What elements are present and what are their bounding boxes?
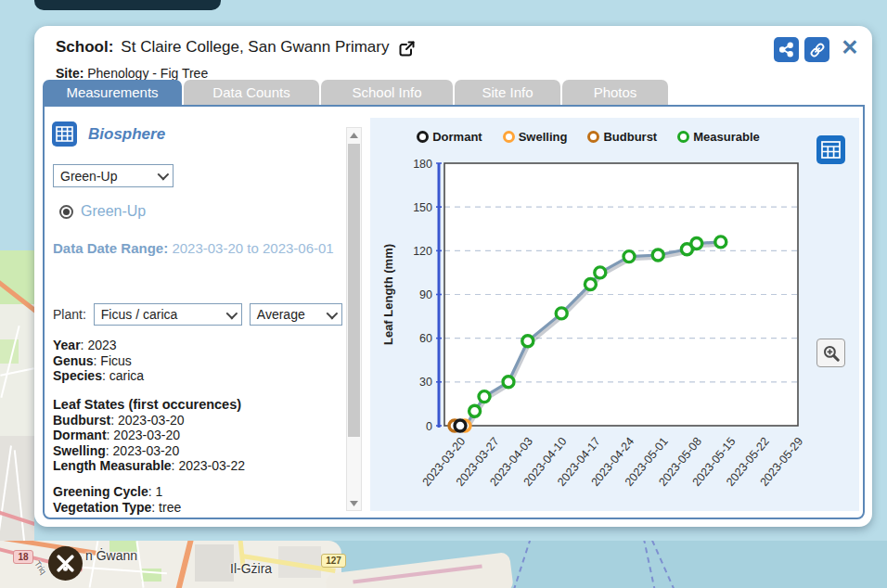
vegetation-type-row: Vegetation Type: tree <box>53 500 181 516</box>
map-town-label: n Ġwann <box>85 548 137 563</box>
leaf-states-heading: Leaf States (first occurences) <box>53 397 245 413</box>
map-background-bottom: 18 127 n Ġwann Il-Gżira Triq <box>0 541 887 588</box>
date-range-label: Data Date Range: <box>53 240 168 256</box>
map-district-label: Il-Gżira <box>230 561 272 576</box>
leaf-states: Leaf States (first occurences) Budburst:… <box>53 397 245 474</box>
school-title: School: St Claire College, San Gwann Pri… <box>56 38 416 57</box>
dataset-select-value: Green-Up <box>60 169 117 184</box>
svg-text:0: 0 <box>426 420 432 433</box>
share-icon <box>778 42 794 58</box>
genus-row: Genus: Ficus <box>53 353 144 369</box>
year-row: Year: 2023 <box>53 338 144 353</box>
dormant-marker-icon <box>417 131 429 143</box>
aggregate-select[interactable]: Average <box>250 303 342 326</box>
school-label: School: <box>56 38 113 57</box>
chevron-down-icon <box>158 169 170 181</box>
legend-item-budburst: Budburst <box>587 130 657 144</box>
site-name: Phenology - Fig Tree <box>87 66 208 81</box>
tab-data-counts[interactable]: Data Counts <box>184 80 319 105</box>
left-panel-scrollbar[interactable] <box>346 127 362 511</box>
chart-legend: Dormant Swelling Budburst Measurable <box>370 130 806 144</box>
aggregate-select-value: Average <box>257 307 305 322</box>
svg-text:180: 180 <box>413 158 432 171</box>
table-icon <box>821 141 841 159</box>
swelling-marker-icon <box>503 131 515 143</box>
link-button[interactable] <box>804 37 829 62</box>
measurements-tab-content: Biosphere Green-Up Green-Up Data Date Ra… <box>43 105 865 519</box>
greenup-radio-label: Green-Up <box>81 203 146 220</box>
measurable-row: Length Measurable: 2023-03-22 <box>53 458 245 474</box>
greening-cycle-row: Greening Cycle: 1 <box>53 484 181 500</box>
plant-label: Plant: <box>53 307 86 322</box>
tab-bar: Measurements Data Counts School Info Sit… <box>43 80 668 105</box>
top-dark-tab <box>34 0 221 10</box>
chevron-down-icon <box>225 307 238 319</box>
scrollbar-thumb[interactable] <box>348 144 360 437</box>
svg-text:90: 90 <box>419 288 432 301</box>
tab-site-info[interactable]: Site Info <box>455 80 560 105</box>
budburst-marker-icon <box>587 131 599 143</box>
tab-school-info[interactable]: School Info <box>321 80 453 105</box>
svg-text:120: 120 <box>413 245 432 258</box>
legend-item-swelling: Swelling <box>503 130 568 144</box>
plant-details: Year: 2023 Genus: Ficus Species: carica <box>53 338 144 384</box>
scroll-up-arrow-icon[interactable] <box>347 128 361 142</box>
plant-select[interactable]: Ficus / carica <box>94 303 242 326</box>
tab-measurements[interactable]: Measurements <box>43 80 182 105</box>
data-date-range: Data Date Range: 2023-03-20 to 2023-06-0… <box>53 235 337 262</box>
dormant-row: Dormant: 2023-03-20 <box>53 428 245 443</box>
svg-text:150: 150 <box>413 201 432 214</box>
swelling-row: Swelling: 2023-03-20 <box>53 443 245 459</box>
svg-text:30: 30 <box>419 376 432 389</box>
route-shield-18: 18 <box>13 550 33 564</box>
site-details-dialog: School: St Claire College, San Gwann Pri… <box>34 26 872 527</box>
tab-photos[interactable]: Photos <box>562 80 668 105</box>
magnifier-plus-icon <box>822 344 841 363</box>
measurement-settings-panel: Biosphere Green-Up Green-Up Data Date Ra… <box>52 107 343 516</box>
svg-text:60: 60 <box>419 332 432 345</box>
chevron-down-icon <box>326 307 338 319</box>
dataset-select[interactable]: Green-Up <box>53 164 174 187</box>
marker-x-icon <box>54 552 77 575</box>
date-range-value: 2023-03-20 to 2023-06-01 <box>172 240 333 256</box>
chart-panel: Dormant Swelling Budburst Measurable <box>370 118 859 511</box>
close-icon[interactable]: ✕ <box>836 33 864 61</box>
screen: 18 127 n Ġwann Il-Gżira Triq School: St … <box>0 0 887 588</box>
biosphere-table-icon <box>52 121 77 147</box>
species-row: Species: carica <box>53 368 144 384</box>
site-cluster-marker-icon[interactable] <box>48 546 83 581</box>
data-table-button[interactable] <box>816 135 845 164</box>
cycle-info: Greening Cycle: 1 Vegetation Type: tree <box>53 484 181 515</box>
legend-item-dormant: Dormant <box>417 130 482 144</box>
measurable-marker-icon <box>677 131 689 143</box>
external-link-icon[interactable] <box>398 40 416 58</box>
scroll-down-arrow-icon[interactable] <box>347 496 361 510</box>
share-button[interactable] <box>774 37 799 62</box>
greenup-radio[interactable] <box>59 205 73 219</box>
map-background-left <box>0 250 34 541</box>
plant-select-value: Ficus / carica <box>101 307 177 322</box>
site-label: Site: <box>56 66 84 81</box>
site-title: Site: Phenology - Fig Tree <box>56 66 208 81</box>
route-shield-127: 127 <box>321 554 346 568</box>
svg-text:Leaf Length (mm): Leaf Length (mm) <box>381 244 395 345</box>
link-icon <box>809 42 826 58</box>
school-name: St Claire College, San Gwann Primary <box>121 38 389 57</box>
chart-zoom-button[interactable] <box>816 339 845 367</box>
leaf-length-chart: 03060901201501802023-03-202023-03-272023… <box>378 147 814 509</box>
budburst-row: Budburst: 2023-03-20 <box>53 413 245 428</box>
legend-item-measurable: Measurable <box>677 130 760 144</box>
section-title: Biosphere <box>88 125 165 144</box>
